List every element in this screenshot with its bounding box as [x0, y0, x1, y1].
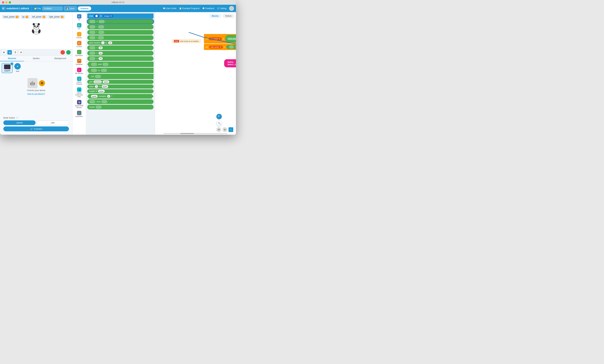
and-block[interactable]: and	[87, 62, 153, 67]
var-kp[interactable]: kp 0	[21, 15, 30, 19]
stop-button[interactable]	[61, 50, 65, 55]
add-operator-block[interactable]: +	[87, 19, 153, 24]
category-iot[interactable]: ⊡ IoT	[73, 22, 85, 31]
live-mode-button[interactable]: Live	[37, 120, 69, 125]
layout-icon1[interactable]: ⊞	[2, 50, 6, 55]
read-block[interactable]: read in integer ▼	[87, 13, 153, 19]
add-left-input[interactable]	[89, 20, 95, 23]
left-power-dropdown[interactable]: left_power ▼	[209, 37, 222, 40]
lt-block[interactable]: < 50	[87, 51, 153, 56]
maximize-button[interactable]	[9, 1, 11, 3]
horizontal-scrollbar[interactable]	[164, 133, 227, 134]
random-from-input[interactable]: 1	[101, 41, 104, 44]
mul-operator-block[interactable]: *	[87, 30, 153, 35]
device-remove-icon[interactable]: ×	[11, 62, 13, 65]
or-block[interactable]: or	[87, 68, 153, 73]
go-button[interactable]	[66, 50, 71, 55]
read-toggle[interactable]	[94, 14, 99, 18]
letter-of-block[interactable]: letter 1 of apple	[87, 85, 153, 89]
category-operators[interactable]: + Operators	[73, 49, 85, 57]
stop-block-inline[interactable]: stop	[174, 40, 179, 42]
var-base-power[interactable]: base_power 0	[2, 15, 20, 19]
contains-val1-input[interactable]: apple	[91, 95, 98, 98]
connect-button[interactable]: 🔗 Connect	[3, 126, 69, 131]
category-extension[interactable]: + extension	[73, 110, 85, 118]
length-of-block[interactable]: length of apple	[87, 89, 153, 93]
type-dropdown[interactable]: integer ▼	[103, 14, 113, 17]
rp-left-input[interactable]	[229, 46, 234, 49]
category-my-blocks[interactable]: ⬡ My Blocks	[73, 67, 85, 75]
div-left-input[interactable]	[89, 36, 95, 39]
publish-button[interactable]: Publish	[78, 6, 91, 11]
category-quad-rgb[interactable]: 🎨 Quad RGB Sensor	[73, 99, 85, 109]
upload-mode-button[interactable]: Upload	[3, 120, 36, 125]
not-block[interactable]: not	[87, 74, 153, 79]
math-expr-left[interactable]: base_power - kp * ⊡ quad rgb sensor 1	[225, 35, 236, 42]
div-operator-block[interactable]: /	[87, 35, 153, 40]
eq-block[interactable]: = 50	[87, 56, 153, 61]
and-left-input[interactable]	[91, 63, 97, 66]
contains-val2-input[interactable]: a	[107, 95, 110, 98]
eq-left-input[interactable]	[89, 57, 95, 60]
equals-button[interactable]: =	[228, 127, 233, 132]
layout-icon3[interactable]: ☰	[13, 50, 18, 55]
eq-right-input[interactable]: 50	[99, 57, 103, 60]
letter-num-input[interactable]: 1	[95, 85, 98, 88]
or-left-input[interactable]	[91, 69, 97, 72]
length-apple-input[interactable]: apple	[98, 90, 105, 93]
how-to-link[interactable]: How to use device?	[27, 93, 45, 95]
right-power-dropdown[interactable]: right_power ▼	[209, 46, 223, 49]
category-events[interactable]: ⚡ Events	[73, 31, 85, 40]
div-right-input[interactable]	[98, 36, 104, 39]
avatar[interactable]	[229, 6, 234, 11]
layout-icon4[interactable]: ⊟	[19, 50, 23, 55]
mod-block[interactable]: mod	[87, 99, 153, 104]
example-programs-link[interactable]: 📋 Example Programs	[179, 7, 200, 10]
letter-apple-input[interactable]: apple	[102, 85, 108, 88]
sub-left-input[interactable]	[89, 25, 95, 29]
join-val2-input[interactable]: apple	[103, 81, 109, 83]
tab-sprites[interactable]: Sprites	[24, 56, 48, 61]
contains-block[interactable]: apple contains a ?	[87, 94, 153, 99]
pick-random-block[interactable]: pick random 1 to 10	[87, 41, 153, 45]
base-power-ref[interactable]: base_power	[227, 37, 236, 40]
join-block[interactable]: join banana apple	[87, 80, 153, 84]
layout-icon2[interactable]: ▤	[7, 50, 12, 55]
project-title-input[interactable]	[42, 7, 63, 11]
category-control[interactable]: ⟳ Control	[73, 40, 85, 49]
sub-right-input[interactable]	[98, 25, 104, 29]
zoom-out-button[interactable]: 🔍	[216, 121, 222, 126]
minimize-button[interactable]	[5, 1, 8, 3]
file-menu[interactable]: 📁 File	[34, 7, 41, 10]
tab-background[interactable]: Background	[48, 56, 72, 61]
and-right-input[interactable]	[102, 63, 109, 66]
define-detect-colors-block[interactable]: define detect_colors	[224, 59, 236, 67]
join-val1-input[interactable]: banana	[94, 81, 102, 83]
add-device-button[interactable]: +	[14, 63, 21, 70]
setting-link[interactable]: ⚙️ Setting	[217, 7, 226, 10]
var-right-power[interactable]: right_power 0	[48, 15, 65, 19]
var-left-power[interactable]: left_power 0	[31, 15, 47, 19]
save-button[interactable]: 💾 Save	[64, 6, 77, 11]
category-mbot2-chassis[interactable]: 🤖 mBot2 Chassis	[73, 76, 85, 86]
cyberpi-device[interactable]: × CyberPi	[2, 63, 13, 73]
category-mbot2-ext[interactable]: 🔌 mBot2 Extension Port	[73, 86, 85, 99]
lt-right-input[interactable]: 50	[99, 52, 103, 55]
sub-operator-block[interactable]: -	[87, 24, 153, 29]
scrollbar-thumb[interactable]	[180, 133, 194, 134]
add-right-input[interactable]	[99, 20, 105, 23]
gt-right-input[interactable]: 50	[99, 47, 103, 49]
or-right-input[interactable]	[101, 69, 107, 72]
gt-left-input[interactable]	[89, 46, 95, 49]
reset-view-button[interactable]: ↺	[216, 127, 221, 132]
category-variables[interactable]: 📦 Variables	[73, 58, 85, 66]
round-block[interactable]: round	[87, 105, 153, 109]
mod-left-input[interactable]	[89, 100, 95, 103]
gt-block[interactable]: > 50	[87, 46, 153, 50]
random-to-input[interactable]: 10	[108, 41, 112, 44]
lt-left-input[interactable]	[89, 51, 95, 55]
set-left-power-block[interactable]: set left_power ▼ to base_power -	[204, 34, 236, 43]
right-power-math[interactable]: +	[226, 45, 236, 49]
mul-right-input[interactable]	[98, 31, 104, 34]
user-guide-link[interactable]: 📖 User Guide	[163, 7, 176, 10]
